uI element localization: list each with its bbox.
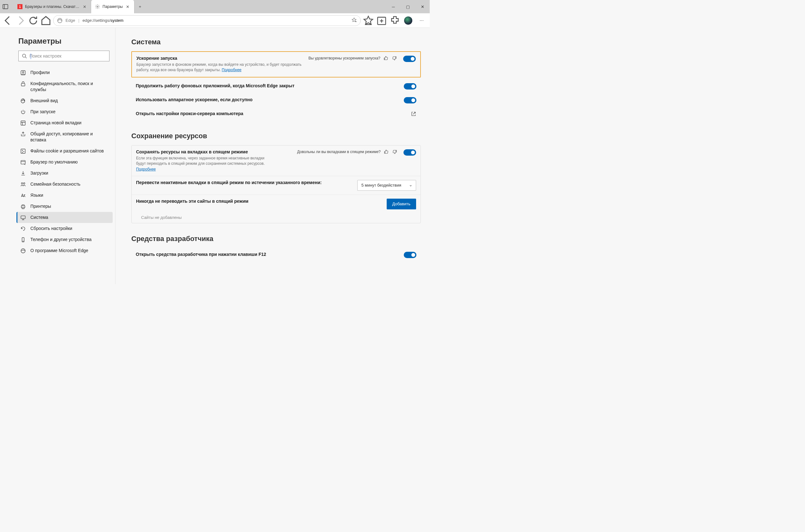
f12-title: Открыть средства разработчика при нажати… — [136, 252, 399, 257]
grid-icon — [20, 120, 26, 126]
svg-point-18 — [23, 183, 25, 184]
sleep-more-link[interactable]: Подробнее — [136, 167, 156, 171]
edge-label: Edge — [65, 18, 75, 23]
proxy-title: Открыть настройки прокси-сервера компьют… — [136, 111, 406, 116]
family-icon — [20, 182, 26, 187]
edge-icon — [20, 248, 26, 254]
language-icon — [20, 193, 26, 198]
hw-accel-toggle[interactable] — [404, 97, 416, 103]
sidebar-item-onstart[interactable]: При запуске — [16, 106, 113, 117]
sidebar-item-privacy[interactable]: Конфиденциальность, поиск и службы — [16, 78, 113, 95]
tab-title-0: Браузеры и плагины. Скачать б — [25, 4, 79, 9]
svg-point-9 — [23, 100, 23, 100]
thumb-up-icon-2[interactable] — [384, 149, 389, 154]
cookie-icon — [20, 148, 26, 154]
svg-point-14 — [23, 151, 24, 152]
palette-icon — [20, 98, 26, 104]
system-icon — [20, 215, 26, 221]
never-sleep-row: Никогда не переводить эти сайты в спящий… — [132, 195, 420, 213]
startup-boost-desc: Браузер запустится в фоновом режиме, ког… — [136, 62, 304, 73]
sidebar-item-about[interactable]: О программе Microsoft Edge — [16, 245, 113, 256]
svg-point-10 — [24, 100, 24, 101]
svg-rect-7 — [21, 83, 25, 86]
sidebar-item-family[interactable]: Семейная безопасность — [16, 179, 113, 190]
bg-apps-row: Продолжить работу фоновых приложений, ко… — [131, 79, 421, 93]
close-window[interactable]: ✕ — [415, 0, 430, 13]
f12-row: Открыть средства разработчика при нажати… — [131, 248, 421, 262]
external-link-icon — [411, 111, 416, 117]
sleep-desc: Если эта функция включена, через заданно… — [136, 156, 272, 172]
close-tab-1[interactable]: ✕ — [125, 4, 130, 9]
svg-point-17 — [21, 183, 23, 184]
svg-point-15 — [22, 152, 23, 152]
new-tab-button[interactable]: ＋ — [134, 0, 146, 13]
startup-more-link[interactable]: Подробнее — [222, 68, 241, 72]
svg-point-4 — [22, 54, 26, 57]
proxy-row[interactable]: Открыть настройки прокси-сервера компьют… — [131, 107, 421, 120]
profile-avatar[interactable] — [402, 15, 414, 26]
sleep-title: Сохранять ресурсы на вкладках в спящем р… — [136, 149, 293, 154]
sleep-feedback: Довольны ли вы вкладками в спящем режиме… — [297, 149, 397, 154]
favicon-1: 1 — [17, 4, 22, 9]
address-bar[interactable]: Edge | edge://settings/system — [53, 15, 361, 26]
sleep-toggle[interactable] — [404, 149, 416, 156]
tab-browsers[interactable]: 1 Браузеры и плагины. Скачать б ✕ — [14, 0, 91, 13]
edge-logo-icon — [57, 18, 62, 23]
close-tab-0[interactable]: ✕ — [82, 4, 87, 9]
favorite-star-icon[interactable] — [352, 17, 357, 23]
system-heading: Система — [131, 38, 421, 46]
maximize-window[interactable]: ▢ — [400, 0, 415, 13]
timeout-select[interactable]: 5 минут бездействия — [357, 180, 416, 191]
bg-apps-title: Продолжить работу фоновых приложений, ко… — [136, 83, 399, 88]
sidebar-item-phone[interactable]: Телефон и другие устройства — [16, 234, 113, 245]
svg-rect-12 — [21, 149, 25, 153]
tab-settings[interactable]: Параметры ✕ — [91, 0, 134, 13]
add-site-button[interactable]: Добавить — [387, 198, 416, 209]
startup-boost-toggle[interactable] — [403, 56, 416, 62]
sidebar-item-appearance[interactable]: Внешний вид — [16, 95, 113, 106]
titlebar: 1 Браузеры и плагины. Скачать б ✕ Параме… — [0, 0, 430, 13]
minimize-window[interactable]: ─ — [386, 0, 400, 13]
sidebar-item-system[interactable]: Система — [16, 212, 113, 223]
back-button[interactable] — [2, 15, 13, 26]
resources-heading: Сохранение ресурсов — [131, 132, 421, 140]
svg-point-6 — [22, 72, 24, 73]
thumb-down-icon-2[interactable] — [392, 149, 397, 154]
sidebar-heading: Параметры — [0, 37, 115, 51]
svg-point-8 — [22, 100, 22, 101]
download-icon — [20, 170, 26, 176]
sidebar-item-profiles[interactable]: Профили — [16, 67, 113, 78]
sidebar-item-downloads[interactable]: Загрузки — [16, 168, 113, 179]
reload-button[interactable] — [28, 15, 39, 26]
more-button[interactable]: ⋯ — [416, 15, 427, 26]
sidebar-item-cookies[interactable]: Файлы cookie и разрешения сайтов — [16, 146, 113, 156]
extensions-button[interactable] — [389, 15, 400, 26]
forward-button[interactable] — [15, 15, 26, 26]
collections-button[interactable] — [376, 15, 387, 26]
startup-feedback: Вы удовлетворены ускорением запуска? — [308, 56, 397, 61]
thumb-down-icon[interactable] — [392, 56, 397, 61]
share-icon — [20, 131, 26, 137]
svg-rect-11 — [21, 121, 25, 125]
f12-toggle[interactable] — [404, 252, 416, 258]
sidebar-item-share[interactable]: Общий доступ, копирование и вставка — [16, 128, 113, 146]
search-icon — [22, 54, 27, 58]
search-input[interactable] — [30, 54, 106, 58]
thumb-up-icon[interactable] — [383, 56, 389, 61]
sidebar-item-printers[interactable]: Принтеры — [16, 201, 113, 212]
phone-icon — [20, 237, 26, 243]
bg-apps-toggle[interactable] — [404, 83, 416, 90]
sidebar-item-default[interactable]: Браузер по умолчанию — [16, 156, 113, 168]
sidebar-item-languages[interactable]: Языки — [16, 190, 113, 201]
svg-rect-16 — [21, 160, 25, 164]
svg-rect-0 — [3, 4, 8, 9]
home-button[interactable] — [40, 15, 51, 26]
no-sites-text: Сайты не добавлены — [132, 213, 420, 223]
favorites-button[interactable] — [363, 15, 374, 26]
search-box[interactable] — [18, 51, 110, 61]
timeout-row: Перевести неактивные вкладки в спящий ре… — [132, 176, 420, 195]
timeout-label: Перевести неактивные вкладки в спящий ре… — [136, 180, 353, 185]
sidebar-item-reset[interactable]: Сбросить настройки — [16, 223, 113, 234]
sidebar-item-newtab[interactable]: Страница новой вкладки — [16, 117, 113, 128]
tab-actions-icon[interactable] — [2, 4, 8, 10]
